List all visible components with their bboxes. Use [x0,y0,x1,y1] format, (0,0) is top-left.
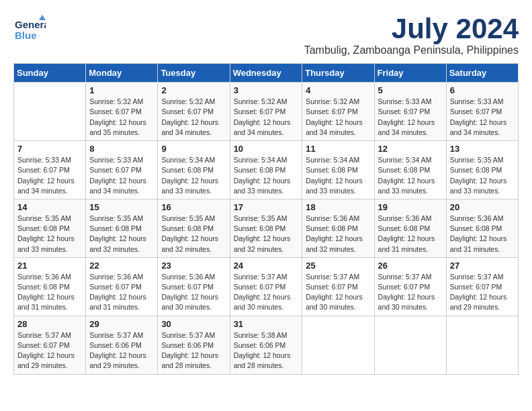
day-number: 2 [161,85,226,95]
day-number: 23 [161,261,226,271]
calendar-cell: 27Sunrise: 5:37 AM Sunset: 6:07 PM Dayli… [446,257,518,316]
day-info: Sunrise: 5:36 AM Sunset: 6:08 PM Dayligh… [378,214,443,255]
calendar-cell: 22Sunrise: 5:36 AM Sunset: 6:07 PM Dayli… [86,257,158,316]
calendar-cell: 8Sunrise: 5:33 AM Sunset: 6:07 PM Daylig… [86,141,158,199]
day-number: 27 [450,261,515,271]
weekday-header-wednesday: Wednesday [230,64,302,83]
day-info: Sunrise: 5:35 AM Sunset: 6:08 PM Dayligh… [234,214,299,255]
day-info: Sunrise: 5:37 AM Sunset: 6:07 PM Dayligh… [378,272,443,313]
day-number: 29 [89,319,154,329]
calendar-week-row: 28Sunrise: 5:37 AM Sunset: 6:07 PM Dayli… [14,316,519,374]
day-number: 21 [17,261,82,271]
calendar-cell: 24Sunrise: 5:37 AM Sunset: 6:07 PM Dayli… [230,257,302,316]
day-info: Sunrise: 5:36 AM Sunset: 6:07 PM Dayligh… [89,272,154,313]
month-title: July 2024 [304,13,519,44]
day-info: Sunrise: 5:34 AM Sunset: 6:08 PM Dayligh… [161,155,226,196]
day-number: 1 [89,85,154,95]
calendar-cell: 1Sunrise: 5:32 AM Sunset: 6:07 PM Daylig… [86,83,158,141]
title-area: July 2024 Tambulig, Zamboanga Peninsula,… [304,13,519,56]
day-info: Sunrise: 5:33 AM Sunset: 6:07 PM Dayligh… [450,97,515,138]
calendar-cell: 20Sunrise: 5:36 AM Sunset: 6:08 PM Dayli… [446,199,518,257]
day-number: 26 [378,261,443,271]
svg-marker-2 [39,15,46,20]
calendar-week-row: 21Sunrise: 5:36 AM Sunset: 6:08 PM Dayli… [14,257,519,316]
day-info: Sunrise: 5:36 AM Sunset: 6:08 PM Dayligh… [306,214,370,255]
day-number: 11 [306,144,370,154]
calendar-cell: 13Sunrise: 5:35 AM Sunset: 6:08 PM Dayli… [446,141,518,199]
calendar-week-row: 7Sunrise: 5:33 AM Sunset: 6:07 PM Daylig… [14,141,519,199]
weekday-header-tuesday: Tuesday [158,64,230,83]
weekday-header-saturday: Saturday [446,64,518,83]
calendar-cell: 17Sunrise: 5:35 AM Sunset: 6:08 PM Dayli… [230,199,302,257]
day-number: 15 [89,202,154,212]
calendar-cell: 16Sunrise: 5:35 AM Sunset: 6:08 PM Dayli… [158,199,230,257]
day-info: Sunrise: 5:36 AM Sunset: 6:08 PM Dayligh… [17,272,82,313]
day-number: 7 [17,144,82,154]
weekday-header-row: SundayMondayTuesdayWednesdayThursdayFrid… [14,64,519,83]
day-number: 14 [17,202,82,212]
day-info: Sunrise: 5:34 AM Sunset: 6:08 PM Dayligh… [378,155,443,196]
calendar-cell: 18Sunrise: 5:36 AM Sunset: 6:08 PM Dayli… [302,199,374,257]
day-number: 19 [378,202,443,212]
day-info: Sunrise: 5:34 AM Sunset: 6:08 PM Dayligh… [306,155,370,196]
calendar-cell: 21Sunrise: 5:36 AM Sunset: 6:08 PM Dayli… [14,257,86,316]
day-number: 8 [89,144,154,154]
calendar-cell: 3Sunrise: 5:32 AM Sunset: 6:07 PM Daylig… [230,83,302,141]
calendar-cell: 11Sunrise: 5:34 AM Sunset: 6:08 PM Dayli… [302,141,374,199]
svg-text:General: General [15,19,46,30]
day-number: 16 [161,202,226,212]
calendar-week-row: 14Sunrise: 5:35 AM Sunset: 6:08 PM Dayli… [14,199,519,257]
day-number: 30 [161,319,226,329]
calendar-cell: 31Sunrise: 5:38 AM Sunset: 6:06 PM Dayli… [230,316,302,374]
calendar-table: SundayMondayTuesdayWednesdayThursdayFrid… [13,63,519,374]
day-info: Sunrise: 5:34 AM Sunset: 6:08 PM Dayligh… [234,155,299,196]
day-number: 5 [378,85,443,95]
calendar-cell: 15Sunrise: 5:35 AM Sunset: 6:08 PM Dayli… [86,199,158,257]
calendar-cell: 28Sunrise: 5:37 AM Sunset: 6:07 PM Dayli… [14,316,86,374]
day-info: Sunrise: 5:37 AM Sunset: 6:07 PM Dayligh… [17,330,82,371]
day-number: 28 [17,319,82,329]
weekday-header-thursday: Thursday [302,64,374,83]
day-info: Sunrise: 5:33 AM Sunset: 6:07 PM Dayligh… [378,97,443,138]
logo: General Blue [13,13,46,43]
day-info: Sunrise: 5:32 AM Sunset: 6:07 PM Dayligh… [89,97,154,138]
day-info: Sunrise: 5:33 AM Sunset: 6:07 PM Dayligh… [89,155,154,196]
day-info: Sunrise: 5:36 AM Sunset: 6:08 PM Dayligh… [450,214,515,255]
day-number: 24 [234,261,299,271]
calendar-cell: 23Sunrise: 5:36 AM Sunset: 6:07 PM Dayli… [158,257,230,316]
day-number: 31 [234,319,299,329]
location-title: Tambulig, Zamboanga Peninsula, Philippin… [304,44,519,56]
day-info: Sunrise: 5:35 AM Sunset: 6:08 PM Dayligh… [17,214,82,255]
weekday-header-friday: Friday [374,64,446,83]
calendar-cell: 2Sunrise: 5:32 AM Sunset: 6:07 PM Daylig… [158,83,230,141]
day-info: Sunrise: 5:37 AM Sunset: 6:06 PM Dayligh… [89,330,154,371]
day-number: 17 [234,202,299,212]
day-info: Sunrise: 5:33 AM Sunset: 6:07 PM Dayligh… [17,155,82,196]
day-number: 10 [234,144,299,154]
day-number: 6 [450,85,515,95]
header: General Blue July 2024 Tambulig, Zamboan… [13,13,519,56]
calendar-cell: 30Sunrise: 5:37 AM Sunset: 6:06 PM Dayli… [158,316,230,374]
day-info: Sunrise: 5:32 AM Sunset: 6:07 PM Dayligh… [234,97,299,138]
svg-text:Blue: Blue [15,30,37,41]
calendar-cell: 29Sunrise: 5:37 AM Sunset: 6:06 PM Dayli… [86,316,158,374]
calendar-cell: 7Sunrise: 5:33 AM Sunset: 6:07 PM Daylig… [14,141,86,199]
calendar-cell: 10Sunrise: 5:34 AM Sunset: 6:08 PM Dayli… [230,141,302,199]
logo-icon: General Blue [13,13,46,43]
day-number: 13 [450,144,515,154]
calendar-cell [302,316,374,374]
weekday-header-monday: Monday [86,64,158,83]
day-info: Sunrise: 5:36 AM Sunset: 6:07 PM Dayligh… [161,272,226,313]
day-info: Sunrise: 5:37 AM Sunset: 6:07 PM Dayligh… [306,272,370,313]
calendar-cell: 6Sunrise: 5:33 AM Sunset: 6:07 PM Daylig… [446,83,518,141]
day-info: Sunrise: 5:37 AM Sunset: 6:07 PM Dayligh… [234,272,299,313]
day-number: 20 [450,202,515,212]
day-info: Sunrise: 5:32 AM Sunset: 6:07 PM Dayligh… [161,97,226,138]
day-number: 25 [306,261,370,271]
calendar-cell [374,316,446,374]
calendar-cell [446,316,518,374]
calendar-cell: 25Sunrise: 5:37 AM Sunset: 6:07 PM Dayli… [302,257,374,316]
day-info: Sunrise: 5:35 AM Sunset: 6:08 PM Dayligh… [161,214,226,255]
day-number: 3 [234,85,299,95]
day-info: Sunrise: 5:37 AM Sunset: 6:07 PM Dayligh… [450,272,515,313]
